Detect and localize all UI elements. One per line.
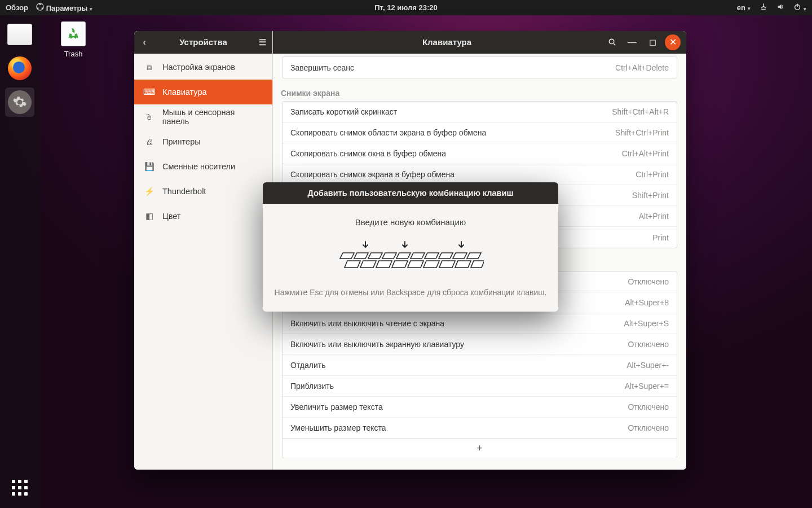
section-header: Снимки экрана: [273, 78, 686, 101]
shortcut-value: Print: [652, 233, 669, 242]
app-menu[interactable]: Параметры▾: [36, 3, 92, 12]
sidebar-item-icon: 🖨: [144, 137, 155, 146]
dialog-hint: Нажмите Esc для отмены или Backspace для…: [273, 288, 548, 297]
shortcut-value: Alt+Super+-: [626, 361, 669, 370]
shortcut-group: Завершить сеансCtrl+Alt+Delete: [282, 56, 677, 78]
sidebar-item-icon: 💾: [144, 162, 155, 172]
shortcut-value: Shift+Print: [632, 191, 669, 200]
sidebar-item-icon: 🖱: [144, 112, 155, 121]
sidebar-item-1[interactable]: ⌨Клавиатура: [134, 80, 272, 104]
sidebar-title: Устройства: [155, 37, 252, 47]
shortcut-label: Завершить сеанс: [290, 63, 615, 72]
dock-files[interactable]: [5, 20, 34, 49]
shortcut-row[interactable]: Включить или выключить чтение с экранаAl…: [283, 313, 677, 334]
keyboard-layout-indicator[interactable]: en▾: [737, 3, 751, 12]
dock-settings[interactable]: [5, 87, 34, 117]
shortcut-label: Скопировать снимок области экрана в буфе…: [290, 128, 615, 137]
sidebar-item-icon: ◧: [144, 212, 155, 221]
settings-sidebar: ‹ Устройства ☰ ⧈Настройка экранов⌨Клавиа…: [134, 31, 273, 470]
ubuntu-logo-icon: [36, 3, 44, 11]
shortcut-row[interactable]: Скопировать снимок области экрана в буфе…: [283, 122, 677, 143]
maximize-button[interactable]: ◻: [645, 34, 660, 50]
search-button[interactable]: [604, 34, 620, 50]
gnome-topbar: Обзор Параметры▾ Пт, 12 июля 23:20 en▾ ▾: [0, 0, 812, 15]
sidebar-item-icon: ⚡: [144, 187, 155, 196]
search-icon: [608, 38, 616, 46]
show-applications-button[interactable]: [10, 478, 30, 498]
sidebar-item-3[interactable]: 🖨Принтеры: [134, 129, 272, 154]
shortcut-row[interactable]: Увеличить размер текстаОтключено: [283, 397, 677, 418]
shortcut-row[interactable]: Завершить сеансCtrl+Alt+Delete: [283, 57, 677, 78]
shortcut-value: Отключено: [628, 423, 669, 432]
sidebar-header: ‹ Устройства ☰: [134, 31, 272, 54]
shortcut-value: Alt+Super+S: [624, 319, 669, 328]
files-icon: [7, 24, 32, 45]
desktop-trash[interactable]: Trash: [53, 21, 94, 58]
network-icon[interactable]: [760, 3, 767, 12]
shortcut-value: Ctrl+Alt+Delete: [615, 63, 669, 72]
clock[interactable]: Пт, 12 июля 23:20: [374, 3, 438, 12]
firefox-icon: [8, 56, 32, 80]
dock: [0, 15, 39, 508]
main-title: Клавиатура: [294, 37, 599, 47]
shortcut-value: Alt+Super+=: [625, 382, 669, 391]
shortcut-capture-dialog[interactable]: Добавить пользовательскую комбинацию кла…: [263, 182, 558, 312]
shortcut-value: Alt+Super+8: [625, 298, 669, 307]
shortcut-value: Ctrl+Print: [636, 170, 669, 179]
shortcut-value: Shift+Ctrl+Print: [615, 128, 669, 137]
activities-button[interactable]: Обзор: [6, 3, 28, 12]
sidebar-item-label: Сменные носители: [162, 162, 235, 171]
shortcut-row[interactable]: ПриблизитьAlt+Super+=: [283, 376, 677, 397]
volume-icon[interactable]: [776, 3, 784, 12]
shortcut-row[interactable]: Скопировать снимок окна в буфер обменаCt…: [283, 143, 677, 164]
shortcut-label: Приблизить: [290, 382, 625, 391]
shortcut-label: Включить или выключить чтение с экрана: [290, 319, 624, 328]
shortcut-label: Включить или выключить экранную клавиату…: [290, 340, 628, 349]
shortcut-label: Отдалить: [290, 361, 626, 370]
dialog-prompt: Введите новую комбинацию: [273, 217, 548, 227]
shortcut-label: Увеличить размер текста: [290, 402, 628, 411]
trash-icon: [61, 21, 86, 46]
sidebar-item-label: Цвет: [162, 212, 181, 221]
shortcut-label: Скопировать снимок экрана в буфер обмена: [290, 170, 636, 179]
shortcut-label: Записать короткий скринкаст: [290, 107, 612, 116]
gear-icon: [8, 90, 32, 114]
shortcut-value: Отключено: [628, 277, 669, 286]
power-icon[interactable]: ▾: [793, 3, 806, 12]
svg-point-5: [609, 39, 614, 43]
sidebar-item-0[interactable]: ⧈Настройка экранов: [134, 55, 272, 80]
sidebar-item-5[interactable]: ⚡Thunderbolt: [134, 179, 272, 204]
desktop-trash-label: Trash: [53, 50, 94, 58]
close-button[interactable]: ✕: [665, 34, 681, 50]
dock-firefox[interactable]: [5, 54, 34, 83]
sidebar-item-label: Клавиатура: [162, 87, 207, 97]
svg-point-1: [39, 3, 41, 5]
sidebar-item-2[interactable]: 🖱Мышь и сенсорная панель: [134, 104, 272, 129]
svg-point-3: [42, 7, 43, 9]
shortcut-value: Отключено: [628, 340, 669, 349]
sidebar-item-4[interactable]: 💾Сменные носители: [134, 154, 272, 179]
hamburger-icon[interactable]: ☰: [252, 37, 272, 47]
shortcut-value: Ctrl+Alt+Print: [622, 149, 669, 158]
minimize-button[interactable]: —: [624, 34, 640, 50]
shortcut-value: Отключено: [628, 402, 669, 411]
sidebar-item-label: Принтеры: [162, 137, 201, 146]
shortcut-value: Alt+Print: [639, 212, 669, 221]
shortcut-row[interactable]: Записать короткий скринкастShift+Ctrl+Al…: [283, 102, 677, 122]
add-shortcut-button[interactable]: +: [283, 439, 677, 458]
sidebar-item-label: Настройка экранов: [162, 63, 235, 72]
sidebar-item-label: Мышь и сенсорная панель: [162, 108, 262, 126]
sidebar-item-icon: ⌨: [144, 87, 155, 97]
shortcut-row[interactable]: ОтдалитьAlt+Super+-: [283, 355, 677, 376]
sidebar-item-label: Thunderbolt: [162, 187, 206, 196]
shortcut-label: Уменьшить размер текста: [290, 423, 628, 432]
back-button[interactable]: ‹: [134, 37, 155, 48]
shortcut-row[interactable]: Включить или выключить экранную клавиату…: [283, 334, 677, 355]
dialog-title: Добавить пользовательскую комбинацию кла…: [263, 182, 558, 204]
sidebar-item-6[interactable]: ◧Цвет: [134, 204, 272, 229]
keyboard-press-icon: [337, 237, 484, 277]
main-header: Клавиатура — ◻ ✕: [273, 31, 686, 54]
shortcut-row[interactable]: Уменьшить размер текстаОтключено: [283, 418, 677, 439]
sidebar-item-icon: ⧈: [144, 63, 155, 72]
svg-point-2: [37, 7, 39, 9]
